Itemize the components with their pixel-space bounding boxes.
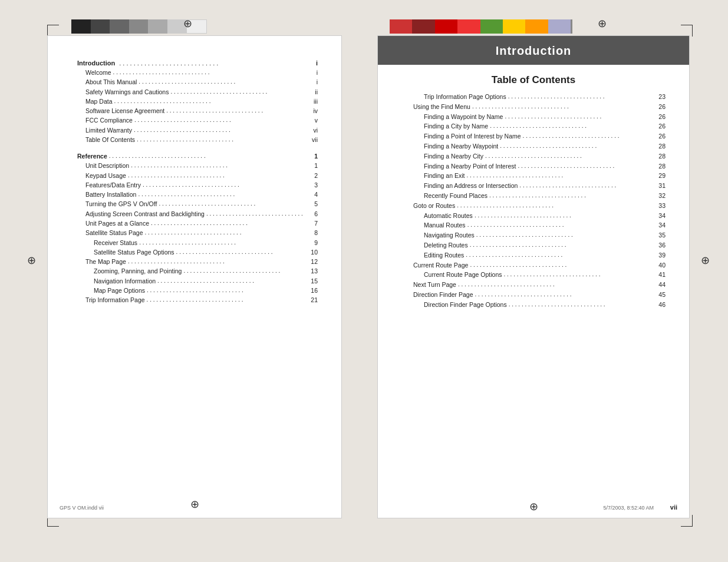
color-seg-r1	[390, 19, 412, 34]
intro-label: Introduction	[77, 59, 115, 67]
corner-mark-tr	[681, 25, 693, 37]
right-toc-label: Direction Finder Page Options	[424, 300, 507, 310]
toc-entry-label: Table Of Contents	[85, 135, 135, 144]
right-toc-page: 34	[651, 211, 666, 221]
left-toc-entry: Battery Installation . . . . . . . . . .…	[77, 190, 318, 199]
toc-entry-label: Trip Information Page	[85, 295, 145, 305]
right-toc-entry: Current Route Page . . . . . . . . . . .…	[413, 260, 666, 270]
right-toc-label: Finding a Point of Interest by Name	[424, 131, 521, 141]
right-toc-entry: Finding a Nearby Point of Interest . . .…	[413, 161, 666, 171]
toc-entry-dots: . . . . . . . . . . . . . . . . . . . . …	[139, 77, 304, 87]
right-toc-label: Finding a Nearby City	[424, 151, 483, 161]
right-toc-label: Using the Find Menu	[413, 102, 470, 112]
toc-entry-label: Welcome	[85, 68, 111, 77]
toc-entry-page: 7	[306, 219, 318, 228]
toc-entry-dots: . . . . . . . . . . . . . . . . . . . . …	[144, 228, 304, 237]
toc-entry-dots: . . . . . . . . . . . . . . . . . . . . …	[183, 266, 304, 276]
right-toc-entry: Editing Routes . . . . . . . . . . . . .…	[413, 250, 666, 260]
right-toc-entry: Using the Find Menu . . . . . . . . . . …	[413, 102, 666, 112]
right-toc-page: 31	[651, 181, 666, 191]
right-toc-page: 28	[651, 161, 666, 171]
right-toc-label: Direction Finder Page	[413, 290, 473, 300]
toc-entry-page: 3	[306, 180, 318, 190]
toc-entry-dots: . . . . . . . . . . . . . . . . . . . . …	[159, 199, 304, 209]
right-toc-dots: . . . . . . . . . . . . . . . . . . . . …	[475, 211, 649, 221]
left-toc-entry: Unit Description . . . . . . . . . . . .…	[77, 161, 318, 170]
right-toc-dots: . . . . . . . . . . . . . . . . . . . . …	[500, 141, 649, 151]
right-toc-dots: . . . . . . . . . . . . . . . . . . . . …	[476, 230, 649, 240]
right-toc-entry: Manual Routes . . . . . . . . . . . . . …	[413, 220, 666, 230]
toc-entry-page: i	[306, 68, 318, 77]
right-toc-label: Trip Information Page Options	[424, 92, 506, 102]
right-toc-dots: . . . . . . . . . . . . . . . . . . . . …	[457, 201, 649, 211]
toc-entry-page: i	[306, 77, 318, 87]
toc-entry-dots: . . . . . . . . . . . . . . . . . . . . …	[109, 151, 304, 161]
right-toc-entry: Direction Finder Page Options . . . . . …	[413, 300, 666, 310]
right-toc-dots: . . . . . . . . . . . . . . . . . . . . …	[518, 161, 649, 171]
right-toc-page: 34	[651, 220, 666, 230]
right-toc-page: 26	[651, 102, 666, 112]
right-toc-label: Finding a Nearby Waypoint	[424, 141, 498, 151]
right-toc-page: 26	[651, 121, 666, 131]
right-toc-entry: Goto or Routes . . . . . . . . . . . . .…	[413, 201, 666, 211]
color-seg-2	[91, 19, 110, 34]
right-toc-label: Recently Found Places	[424, 191, 487, 201]
toc-entry-page: 16	[306, 286, 318, 295]
right-toc-label: Manual Routes	[424, 220, 466, 230]
right-toc-label: Current Route Page	[413, 260, 468, 270]
right-toc-page: 23	[651, 92, 666, 102]
right-toc-page: 26	[651, 131, 666, 141]
reg-mark-left-mid: ⊕	[27, 254, 36, 267]
left-toc-entry: Map Page Options . . . . . . . . . . . .…	[77, 286, 318, 295]
right-toc-label: Finding an Exit	[424, 171, 465, 181]
intro-section: Introduction . . . . . . . . . . . . . .…	[77, 59, 318, 67]
right-toc: Trip Information Page Options . . . . . …	[378, 91, 689, 322]
right-toc-dots: . . . . . . . . . . . . . . . . . . . . …	[489, 191, 649, 201]
toc-entry-page: 5	[306, 199, 318, 209]
right-toc-dots: . . . . . . . . . . . . . . . . . . . . …	[470, 240, 649, 250]
color-seg-r3	[435, 19, 457, 34]
intro-header-row: Introduction . . . . . . . . . . . . . .…	[77, 59, 318, 67]
toc-entry-label: Turning the GPS V On/Off	[85, 199, 157, 209]
right-toc-label: Next Turn Page	[413, 280, 456, 290]
left-toc-entry: Unit Pages at a Glance . . . . . . . . .…	[77, 219, 318, 228]
right-toc-label: Current Route Page Options	[424, 270, 502, 280]
color-seg-4	[129, 19, 149, 34]
toc-entry-dots: . . . . . . . . . . . . . . . . . . . . …	[138, 190, 304, 199]
toc-entry-label: Satellite Status Page	[85, 228, 143, 237]
right-toc-dots: . . . . . . . . . . . . . . . . . . . . …	[458, 280, 649, 290]
right-toc-dots: . . . . . . . . . . . . . . . . . . . . …	[467, 220, 649, 230]
footer-file-left: GPS V OM.indd vii	[60, 505, 104, 511]
toc-entry-label: Receiver Status	[94, 238, 137, 247]
left-toc-entry: Navigation Information . . . . . . . . .…	[77, 276, 318, 286]
right-page: ⊕ Introduction Table of Contents Trip In…	[377, 35, 690, 518]
right-toc-label: Goto or Routes	[413, 201, 455, 211]
right-toc-page: 32	[651, 191, 666, 201]
right-toc-label: Finding a Nearby Point of Interest	[424, 161, 516, 171]
right-toc-page: 35	[651, 230, 666, 240]
left-toc-entry: Receiver Status . . . . . . . . . . . . …	[77, 238, 318, 247]
color-seg-r5	[480, 19, 503, 34]
color-seg-r7	[525, 19, 548, 34]
toc-entry-page: 2	[306, 171, 318, 180]
toc-entry-page: 13	[306, 266, 318, 276]
toc-entry-label: Features/Data Entry	[85, 180, 141, 190]
toc-entry-label: Zooming, Panning, and Pointing	[94, 266, 182, 276]
toc-entry-dots: . . . . . . . . . . . . . . . . . . . . …	[137, 135, 304, 144]
right-toc-page: 41	[651, 270, 666, 280]
right-toc-dots: . . . . . . . . . . . . . . . . . . . . …	[509, 300, 649, 310]
right-toc-entry: Next Turn Page . . . . . . . . . . . . .…	[413, 280, 666, 290]
right-toc-label: Navigating Routes	[424, 230, 475, 240]
left-toc-entry: Zooming, Panning, and Pointing . . . . .…	[77, 266, 318, 276]
left-toc-entry: Satellite Status Page Options . . . . . …	[77, 247, 318, 257]
toc-entry-label: Battery Installation	[85, 190, 136, 199]
left-toc-entry: Adjusting Screen Contrast and Backlighti…	[77, 209, 318, 219]
left-toc: Welcome . . . . . . . . . . . . . . . . …	[77, 68, 318, 305]
reg-mark-left-top: ⊕	[183, 17, 192, 30]
toc-entry-label: Adjusting Screen Contrast and Backlighti…	[85, 209, 205, 219]
right-toc-dots: . . . . . . . . . . . . . . . . . . . . …	[505, 112, 649, 122]
toc-entry-page: iv	[306, 106, 318, 115]
toc-entry-page: 10	[306, 247, 318, 257]
right-header: Introduction	[378, 36, 689, 65]
right-toc-label: Finding an Address or Intersection	[424, 181, 518, 191]
